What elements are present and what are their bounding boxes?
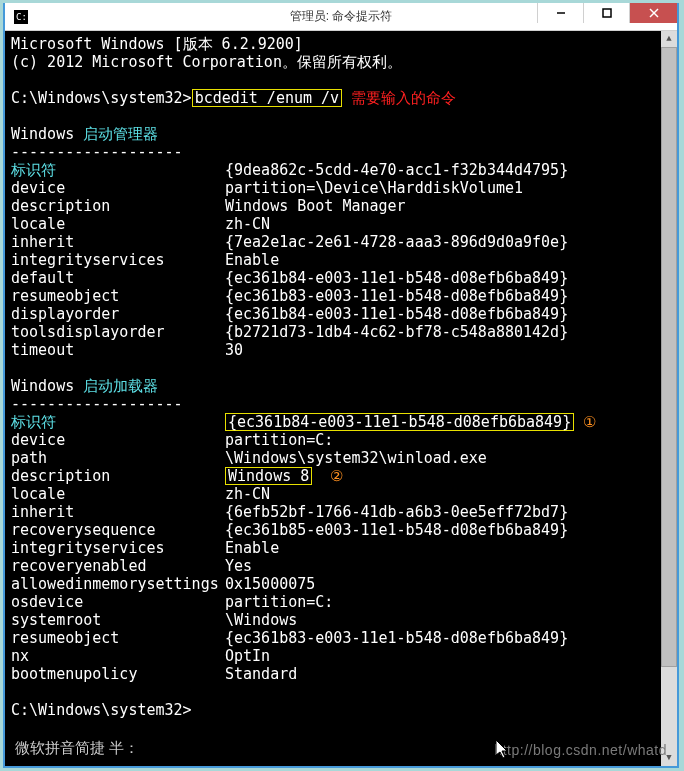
marker-1: ① <box>583 413 596 431</box>
key: osdevice <box>11 593 225 611</box>
key: nx <box>11 647 225 665</box>
value: 30 <box>225 341 243 359</box>
loader-desc-highlight: Windows 8 <box>225 467 312 485</box>
key: default <box>11 269 225 287</box>
prompt-line: C:\Windows\system32> <box>11 701 655 719</box>
command-annotation: 需要输入的命令 <box>351 89 456 106</box>
value: partition=C: <box>225 431 333 449</box>
key: timeout <box>11 341 225 359</box>
command-highlight: bcdedit /enum /v <box>192 89 343 107</box>
id-value: {9dea862c-5cdd-4e70-acc1-f32b344d4795} <box>225 161 568 179</box>
section-title: Windows 启动加载器 <box>11 377 655 395</box>
kv-row: localezh-CN <box>11 215 655 233</box>
key: inherit <box>11 233 225 251</box>
key: locale <box>11 215 225 233</box>
kv-row: bootmenupolicyStandard <box>11 665 655 683</box>
section-title: Windows 启动管理器 <box>11 125 655 143</box>
value: OptIn <box>225 647 270 665</box>
kv-row: devicepartition=\Device\HarddiskVolume1 <box>11 179 655 197</box>
prompt-line: C:\Windows\system32>bcdedit /enum /v 需要输… <box>11 89 655 107</box>
key: description <box>11 197 225 215</box>
key: allowedinmemorysettings <box>11 575 225 593</box>
watermark: http://blog.csdn.net/whatd <box>494 742 667 758</box>
key: locale <box>11 485 225 503</box>
key: integrityservices <box>11 251 225 269</box>
kv-row: resumeobject{ec361b83-e003-11e1-b548-d08… <box>11 287 655 305</box>
value: {ec361b83-e003-11e1-b548-d08efb6ba849} <box>225 287 568 305</box>
kv-row: localezh-CN <box>11 485 655 503</box>
header-line: Microsoft Windows [版本 6.2.9200] <box>11 35 655 53</box>
id-label: 标识符 <box>11 413 225 431</box>
key: resumeobject <box>11 287 225 305</box>
kv-row: 标识符{9dea862c-5cdd-4e70-acc1-f32b344d4795… <box>11 161 655 179</box>
kv-row: inherit{6efb52bf-1766-41db-a6b3-0ee5eff7… <box>11 503 655 521</box>
kv-row: descriptionWindows Boot Manager <box>11 197 655 215</box>
value: {ec361b84-e003-11e1-b548-d08efb6ba849} <box>225 305 568 323</box>
marker-2: ② <box>330 467 343 485</box>
value: zh-CN <box>225 215 270 233</box>
scroll-thumb[interactable] <box>661 47 677 667</box>
value: \Windows <box>225 611 297 629</box>
ime-status: 微软拼音简捷 半： <box>15 739 139 758</box>
value: Standard <box>225 665 297 683</box>
kv-row: integrityservicesEnable <box>11 539 655 557</box>
kv-row: allowedinmemorysettings0x15000075 <box>11 575 655 593</box>
app-icon: C: <box>13 9 29 25</box>
window-controls <box>537 3 677 23</box>
titlebar[interactable]: C: 管理员: 命令提示符 <box>5 3 677 31</box>
value: {ec361b85-e003-11e1-b548-d08efb6ba849} <box>225 521 568 539</box>
kv-row: recoveryenabledYes <box>11 557 655 575</box>
scrollbar[interactable]: ▲ ▼ <box>661 31 677 766</box>
value: {7ea2e1ac-2e61-4728-aaa3-896d9d0a9f0e} <box>225 233 568 251</box>
key: recoverysequence <box>11 521 225 539</box>
scroll-up-button[interactable]: ▲ <box>661 31 677 47</box>
close-button[interactable] <box>629 3 677 23</box>
key: device <box>11 431 225 449</box>
kv-row: recoverysequence{ec361b85-e003-11e1-b548… <box>11 521 655 539</box>
prompt-path: C:\Windows\system32> <box>11 89 192 107</box>
maximize-button[interactable] <box>583 3 629 23</box>
value: zh-CN <box>225 485 270 503</box>
kv-row: devicepartition=C: <box>11 431 655 449</box>
key: integrityservices <box>11 539 225 557</box>
value: partition=C: <box>225 593 333 611</box>
key: toolsdisplayorder <box>11 323 225 341</box>
divider: ------------------- <box>11 395 655 413</box>
value: {b2721d73-1db4-4c62-bf78-c548a880142d} <box>225 323 568 341</box>
kv-row: resumeobject{ec361b83-e003-11e1-b548-d08… <box>11 629 655 647</box>
value: Yes <box>225 557 252 575</box>
kv-row: descriptionWindows 8 ② <box>11 467 655 485</box>
cursor-icon <box>496 740 512 760</box>
kv-row: integrityservicesEnable <box>11 251 655 269</box>
value: {6efb52bf-1766-41db-a6b3-0ee5eff72bd7} <box>225 503 568 521</box>
value: Enable <box>225 251 279 269</box>
kv-row: systemroot\Windows <box>11 611 655 629</box>
minimize-button[interactable] <box>537 3 583 23</box>
kv-row: osdevicepartition=C: <box>11 593 655 611</box>
key: resumeobject <box>11 629 225 647</box>
kv-row: default{ec361b84-e003-11e1-b548-d08efb6b… <box>11 269 655 287</box>
divider: ------------------- <box>11 143 655 161</box>
id-label: 标识符 <box>11 161 225 179</box>
kv-row: toolsdisplayorder{b2721d73-1db4-4c62-bf7… <box>11 323 655 341</box>
svg-rect-3 <box>603 9 611 17</box>
loader-id-highlight: {ec361b84-e003-11e1-b548-d08efb6ba849} <box>225 413 574 431</box>
header-line: (c) 2012 Microsoft Corporation。保留所有权利。 <box>11 53 655 71</box>
key: path <box>11 449 225 467</box>
key: recoveryenabled <box>11 557 225 575</box>
kv-row: inherit{7ea2e1ac-2e61-4728-aaa3-896d9d0a… <box>11 233 655 251</box>
value: {ec361b84-e003-11e1-b548-d08efb6ba849} <box>225 269 568 287</box>
terminal-area: Microsoft Windows [版本 6.2.9200](c) 2012 … <box>5 31 677 766</box>
kv-row: nxOptIn <box>11 647 655 665</box>
terminal-output[interactable]: Microsoft Windows [版本 6.2.9200](c) 2012 … <box>5 31 661 766</box>
value: 0x15000075 <box>225 575 315 593</box>
value: {ec361b83-e003-11e1-b548-d08efb6ba849} <box>225 629 568 647</box>
key: systemroot <box>11 611 225 629</box>
kv-row: displayorder{ec361b84-e003-11e1-b548-d08… <box>11 305 655 323</box>
key: displayorder <box>11 305 225 323</box>
value: \Windows\system32\winload.exe <box>225 449 487 467</box>
key: inherit <box>11 503 225 521</box>
kv-row: path\Windows\system32\winload.exe <box>11 449 655 467</box>
window-title: 管理员: 命令提示符 <box>290 8 393 25</box>
value: Windows Boot Manager <box>225 197 406 215</box>
